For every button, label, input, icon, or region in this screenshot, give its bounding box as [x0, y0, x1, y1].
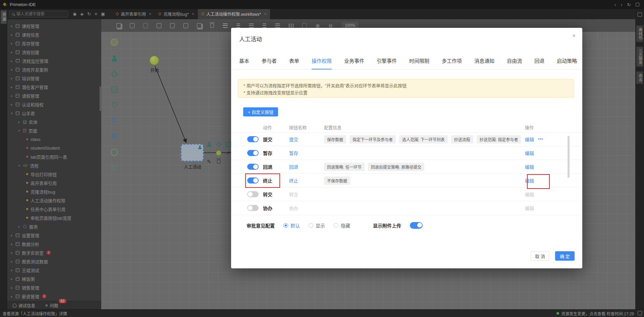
add-auto-activity-icon[interactable] — [207, 151, 211, 155]
tree-item[interactable]: ▸流程开发案例 — [7, 65, 101, 74]
resources-rail-tab[interactable]: 资源 — [1, 10, 7, 24]
close-icon[interactable]: × — [192, 12, 194, 16]
rollback-toggle[interactable] — [247, 164, 259, 170]
right-rail-top-icon[interactable] — [638, 12, 642, 17]
third-party-services-tab[interactable]: 三方服务 — [636, 47, 643, 67]
tree-item[interactable]: 克隆流程bug — [7, 187, 101, 196]
align-right-icon[interactable] — [249, 23, 254, 28]
chart-bars-icon[interactable] — [289, 23, 293, 28]
edit-link[interactable]: 编辑 — [525, 136, 534, 143]
tree-item[interactable]: tab页面引用同一表 — [7, 152, 101, 161]
tree-item[interactable]: ▸流程创建 — [7, 48, 101, 56]
tab-free-flow[interactable]: 自由流 — [507, 57, 522, 69]
status-left-text[interactable]: 查看资源「人工活动操作权限」详情 — [3, 311, 67, 316]
ai-icon[interactable]: ◉ — [73, 11, 76, 16]
row-button-name-link[interactable]: 回退 — [289, 163, 324, 170]
align-middle-icon[interactable] — [263, 23, 266, 28]
tree-item[interactable]: 任务中心表单引用 — [7, 205, 101, 213]
add-gateway-icon[interactable] — [216, 142, 221, 147]
tree-item[interactable]: 导出打印按钮 — [7, 170, 101, 178]
tree-item[interactable]: ▸数据分析 — [7, 240, 101, 248]
draw-connector-icon[interactable]: ↗ — [226, 150, 231, 156]
delete-node-icon[interactable] — [217, 160, 220, 164]
tab-engine-events[interactable]: 引擎事件 — [377, 57, 397, 69]
row-button-name-link[interactable]: 终止 — [289, 177, 324, 184]
note-tool-icon[interactable] — [112, 165, 117, 170]
tab-basic[interactable]: 基本 — [239, 57, 249, 69]
start-node[interactable] — [149, 55, 159, 65]
add-end-node-icon[interactable] — [216, 150, 221, 156]
close-icon[interactable]: × — [264, 12, 266, 16]
radio-show[interactable]: 显示 — [309, 222, 325, 229]
search-box[interactable] — [9, 11, 68, 17]
tree-item[interactable]: ▸潜在客户管理 — [7, 83, 101, 91]
refresh-icon[interactable]: ↻ — [627, 2, 631, 7]
cancel-button[interactable]: 取 消 — [531, 251, 549, 261]
nav-back-icon[interactable]: ‹ — [614, 2, 616, 7]
tab-time-limit[interactable]: 时间限制 — [409, 57, 429, 69]
edit-node-icon[interactable]: ✎ — [207, 159, 211, 165]
row-button-name-link[interactable]: 暂存 — [289, 150, 324, 156]
search-input[interactable] — [16, 12, 60, 16]
problems-button[interactable]: ≡ 问题 63 — [45, 302, 58, 309]
status-corner-icon[interactable] — [638, 311, 642, 315]
tab-rollback[interactable]: 回退 — [534, 57, 544, 69]
tree-item[interactable]: ▸课程管理 — [7, 21, 101, 30]
tab-start-strategy[interactable]: 启动策略 — [557, 57, 577, 69]
row-button-name-link[interactable]: 提交 — [289, 136, 324, 143]
doc-tab-1[interactable]: 高开表单引用 × — [112, 9, 155, 19]
tree-item[interactable]: ▸认证和授权 — [7, 100, 101, 109]
tree-item-expanded[interactable]: ▾页面 — [7, 126, 101, 135]
radio-hide[interactable]: 隐藏 — [334, 222, 350, 229]
tree-item[interactable]: studentStudent — [7, 144, 101, 152]
shield-icon[interactable]: ◈ — [80, 11, 84, 16]
dialog-scrollbar[interactable] — [568, 136, 570, 178]
distribute-icon[interactable] — [275, 23, 280, 28]
confirm-button[interactable]: 确 定 — [555, 251, 575, 261]
tree-item[interactable]: ▸稀饭粥 — [7, 274, 101, 283]
doc-tab-3-active[interactable]: 人工活动操作权限.workflowx* × — [198, 9, 270, 19]
tab-form[interactable]: 表单 — [289, 57, 299, 69]
tab-participants[interactable]: 参与者 — [262, 57, 277, 69]
tree-item[interactable]: ▸销售管理 — [7, 283, 101, 292]
tree-item[interactable]: 高开表单引用 — [7, 178, 101, 187]
draft-toggle[interactable] — [247, 150, 259, 156]
edit-link[interactable]: 编辑 — [525, 150, 534, 156]
transfer-toggle[interactable] — [247, 191, 259, 197]
tree-item[interactable]: ▸图表测试数据 — [7, 257, 101, 266]
manual-activity-node-selected[interactable] — [181, 144, 204, 161]
close-icon[interactable]: × — [149, 12, 151, 16]
status-right-text[interactable]: 资源发生变更，点击查看.检查时间:17:29 — [561, 311, 634, 316]
fit-screen-icon[interactable] — [302, 23, 307, 28]
offline-package-tab[interactable]: 离线包 — [636, 25, 643, 42]
add-subprocess-icon[interactable]: + — [226, 142, 231, 147]
sidebar-scrollbar[interactable] — [100, 86, 101, 111]
submit-toggle[interactable] — [247, 136, 259, 142]
attachment-upload-toggle[interactable] — [410, 222, 423, 229]
sync-icon[interactable]: ↻ — [87, 11, 91, 16]
doc-icon[interactable]: ▣ — [101, 11, 105, 16]
tree-item[interactable]: 审批页面按钮tab宽度 — [7, 213, 101, 222]
tab-multi-workitem[interactable]: 多工作项 — [442, 57, 462, 69]
zoom-out-icon[interactable]: ⊖ — [329, 23, 333, 28]
dialog-close-icon[interactable]: × — [572, 33, 576, 39]
naming-tab[interactable]: 命名 — [636, 71, 643, 84]
nav-forward-icon[interactable]: › — [621, 2, 623, 7]
add-manual-activity-icon[interactable] — [207, 142, 211, 147]
save-icon[interactable] — [636, 3, 639, 6]
tab-operation-permissions[interactable]: 操作权限 — [312, 57, 332, 69]
radio-default[interactable]: 默认 — [283, 222, 300, 229]
add-custom-button[interactable]: + 自定义按钮 — [243, 107, 278, 116]
more-actions-icon[interactable]: ••• — [538, 137, 543, 142]
tree-item[interactable]: ▸课程信息 — [7, 30, 101, 39]
tree-item-expanded[interactable]: ▾流程 — [7, 161, 101, 170]
tree-item[interactable]: ▸王斌测试 — [7, 266, 101, 274]
doc-tab-2[interactable]: 克隆流程bug* × — [155, 9, 198, 19]
tree-item-selected[interactable]: 人工活动操作权限 — [7, 196, 101, 205]
debug-info-button[interactable]: 调试信息 — [13, 302, 35, 309]
tab-notifications[interactable]: 消息通知 — [474, 57, 494, 69]
tree-item[interactable]: ▸流程监控管理 — [7, 56, 101, 65]
assist-toggle[interactable] — [247, 205, 259, 211]
zoom-in-icon[interactable]: ⊕ — [316, 23, 320, 28]
tree-item-expanded[interactable]: ▾山羊君 — [7, 109, 101, 117]
